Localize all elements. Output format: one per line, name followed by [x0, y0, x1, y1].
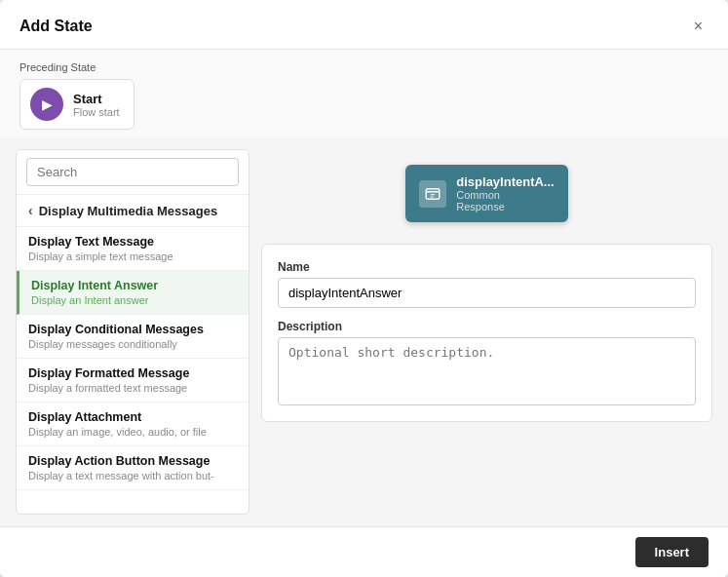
preceding-label: Preceding State	[19, 61, 709, 73]
form-section: Name Description	[261, 244, 712, 422]
preceding-section: Preceding State ▶ Start Flow start	[0, 50, 728, 137]
preceding-sub: Flow start	[73, 106, 120, 118]
desc-textarea[interactable]	[278, 337, 696, 405]
modal-body: Preceding State ▶ Start Flow start ‹	[0, 50, 728, 526]
state-card-sub2: Response	[456, 201, 554, 212]
state-card-icon	[419, 180, 446, 208]
name-input[interactable]	[278, 278, 696, 308]
list-item[interactable]: Display Action Button Message Display a …	[17, 446, 249, 490]
list-item[interactable]: Display Conditional Messages Display mes…	[17, 315, 249, 359]
play-icon: ▶	[42, 96, 53, 112]
list-item[interactable]: Display Formatted Message Display a form…	[17, 359, 249, 403]
add-state-modal: Add State × Preceding State ▶ Start Flow…	[0, 0, 728, 577]
right-panel: displayIntentA... Common Response Name D…	[261, 149, 712, 515]
left-panel: ‹ Display Multimedia Messages Display Te…	[16, 149, 249, 515]
back-nav-label: Display Multimedia Messages	[39, 204, 218, 218]
modal-title: Add State	[19, 18, 93, 35]
state-card-text: displayIntentA... Common Response	[456, 174, 554, 212]
item-title: Display Conditional Messages	[28, 323, 237, 336]
back-navigation[interactable]: ‹ Display Multimedia Messages	[17, 195, 249, 227]
preceding-name: Start	[73, 92, 120, 106]
search-input[interactable]	[26, 158, 239, 186]
close-button[interactable]: ×	[688, 16, 709, 37]
modal-header: Add State ×	[0, 0, 728, 50]
item-title: Display Formatted Message	[28, 366, 237, 380]
name-group: Name	[278, 260, 696, 308]
preceding-text: Start Flow start	[73, 92, 120, 118]
back-arrow-icon: ‹	[28, 203, 33, 218]
search-box	[17, 150, 249, 195]
item-title: Display Intent Answer	[31, 279, 237, 292]
state-preview: displayIntentA... Common Response	[261, 149, 712, 230]
list-item[interactable]: Display Text Message Display a simple te…	[17, 227, 249, 271]
state-card: displayIntentA... Common Response	[405, 165, 567, 222]
item-sub: Display a text message with action but-	[28, 470, 237, 481]
preceding-card: ▶ Start Flow start	[19, 79, 134, 130]
item-sub: Display an Intent answer	[31, 294, 237, 306]
desc-group: Description	[278, 320, 696, 405]
svg-rect-0	[427, 188, 441, 199]
insert-button[interactable]: Insert	[635, 537, 709, 567]
modal-footer: Insert	[0, 526, 728, 577]
item-sub: Display messages conditionally	[28, 338, 237, 350]
item-title: Display Text Message	[28, 235, 237, 249]
item-sub: Display an image, video, audio, or file	[28, 426, 237, 438]
state-card-sub1: Common	[456, 189, 554, 201]
list-item[interactable]: Display Attachment Display an image, vid…	[17, 403, 249, 446]
item-sub: Display a simple text message	[28, 250, 237, 262]
state-card-name: displayIntentA...	[456, 174, 554, 189]
desc-label: Description	[278, 320, 696, 333]
preceding-icon: ▶	[30, 88, 63, 121]
list-item[interactable]: Display Intent Answer Display an Intent …	[17, 271, 249, 315]
content-area: ‹ Display Multimedia Messages Display Te…	[0, 137, 728, 526]
items-list: Display Text Message Display a simple te…	[17, 227, 249, 514]
item-title: Display Action Button Message	[28, 454, 237, 468]
item-title: Display Attachment	[28, 410, 237, 424]
item-sub: Display a formatted text message	[28, 382, 237, 394]
name-label: Name	[278, 260, 696, 274]
